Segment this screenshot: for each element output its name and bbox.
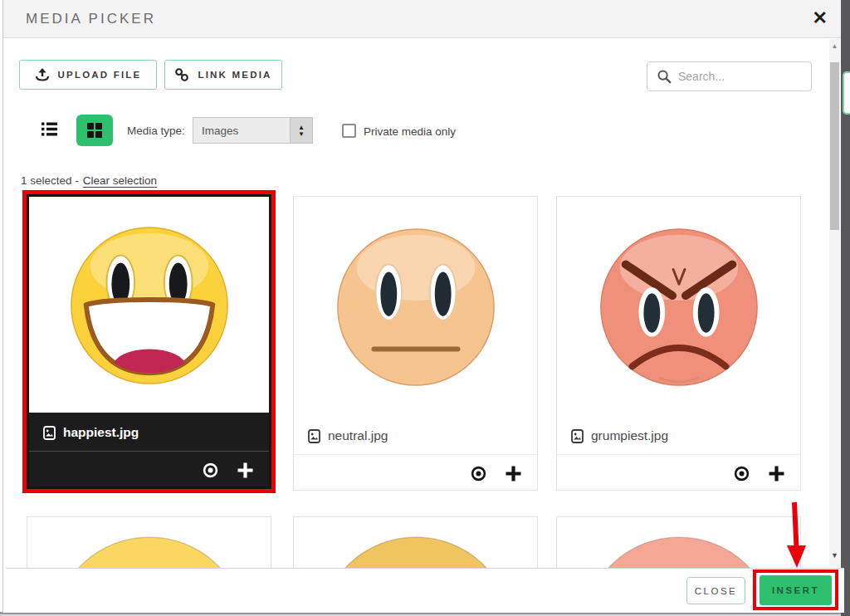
media-filename: happiest.jpg [63, 425, 139, 440]
stepper-down-icon[interactable]: ▼ [298, 131, 305, 137]
list-view-icon[interactable] [42, 122, 57, 139]
card-actions [557, 455, 800, 492]
private-media-label: Private media only [364, 125, 456, 138]
media-card-happiest[interactable]: happiest.jpg [27, 194, 271, 489]
search-icon [657, 69, 672, 84]
scroll-up-icon[interactable]: ▲ [829, 42, 840, 50]
close-button[interactable]: CLOSE [686, 577, 745, 604]
link-media-label: LINK MEDIA [198, 70, 271, 80]
stepper-up-icon[interactable]: ▲ [298, 125, 305, 130]
image-file-icon [43, 426, 56, 440]
grid-view-button[interactable] [76, 115, 113, 146]
neutral-emoji-image [294, 197, 537, 416]
scroll-down-icon[interactable]: ▼ [829, 551, 840, 560]
link-media-button[interactable]: LINK MEDIA [164, 60, 282, 90]
card-actions [294, 455, 537, 492]
image-file-icon [308, 429, 320, 443]
preview-eye-icon[interactable] [202, 462, 219, 479]
background-button-fragment [843, 71, 850, 115]
close-icon[interactable]: ✕ [813, 7, 828, 29]
angry-emoji-image [557, 197, 800, 416]
modal-footer: CLOSE INSERT [6, 568, 844, 613]
media-type-value: Images [193, 125, 290, 137]
private-media-checkbox[interactable] [342, 124, 356, 138]
image-file-icon [571, 429, 584, 443]
add-plus-icon[interactable] [505, 465, 522, 482]
page-title: MEDIA PICKER [26, 0, 156, 38]
upload-icon [35, 68, 50, 81]
add-plus-icon[interactable] [237, 462, 254, 479]
media-filename-row: grumpiest.jpg [557, 416, 800, 443]
preview-eye-icon[interactable] [470, 465, 487, 482]
media-card-partial-2[interactable] [293, 516, 538, 568]
clear-selection-link[interactable]: Clear selection [83, 174, 157, 187]
upload-file-label: UPLOAD FILE [58, 70, 142, 80]
card-actions [29, 452, 269, 489]
media-card-neutral[interactable]: neutral.jpg [293, 196, 538, 491]
media-picker-modal: MEDIA PICKER ✕ UPLOAD FILE LINK MEDIA [2, 0, 841, 613]
media-card-partial-3[interactable] [556, 516, 801, 568]
media-card-grumpiest[interactable]: grumpiest.jpg [556, 196, 801, 491]
scrollbar-thumb[interactable] [830, 62, 839, 230]
search-box[interactable] [647, 61, 812, 91]
link-icon [174, 67, 189, 82]
media-type-select[interactable]: Images ▲ ▼ [193, 117, 313, 144]
vertical-scrollbar[interactable]: ▲ ▼ [829, 39, 840, 566]
happy-emoji-image [29, 197, 269, 413]
media-type-label: Media type: [127, 125, 185, 137]
selection-status: 1 selected -Clear selection [21, 174, 157, 187]
media-filename: neutral.jpg [328, 428, 388, 443]
modal-header: MEDIA PICKER ✕ [3, 0, 841, 38]
media-card-partial-1[interactable] [27, 516, 271, 568]
selection-count: 1 selected - [21, 174, 79, 187]
preview-eye-icon[interactable] [733, 465, 750, 482]
media-picker-screen: MEDIA PICKER ✕ UPLOAD FILE LINK MEDIA [0, 0, 850, 616]
grid-icon [87, 123, 102, 138]
media-filename: grumpiest.jpg [591, 428, 668, 443]
insert-button[interactable]: INSERT [760, 575, 832, 605]
media-filename-row: happiest.jpg [29, 413, 269, 440]
upload-file-button[interactable]: UPLOAD FILE [19, 60, 157, 90]
select-stepper[interactable]: ▲ ▼ [290, 118, 312, 143]
media-filename-row: neutral.jpg [294, 416, 537, 443]
search-input[interactable] [678, 70, 802, 83]
add-plus-icon[interactable] [768, 465, 785, 482]
